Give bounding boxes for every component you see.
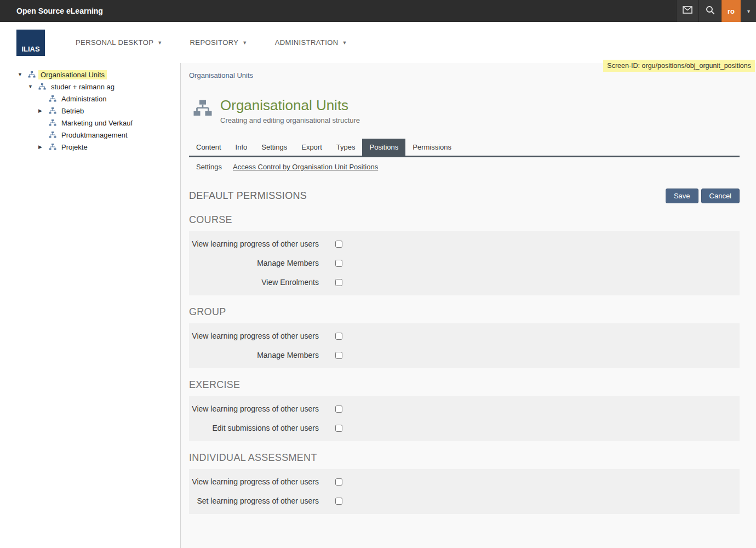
- mail-icon: [683, 6, 692, 16]
- search-icon: [706, 5, 715, 17]
- caret-collapsed-icon[interactable]: ▶: [38, 108, 49, 113]
- save-button[interactable]: Save: [666, 189, 698, 203]
- nav-label: PERSONAL DESKTOP: [76, 38, 153, 47]
- nav-personal-desktop[interactable]: PERSONAL DESKTOP ▼: [76, 38, 163, 47]
- orgunit-icon: [49, 119, 56, 126]
- main-content: Screen-ID: orgu/positions/obj_orgunit_po…: [181, 63, 756, 548]
- tab-settings[interactable]: Settings: [254, 139, 294, 156]
- tree-label: Projekte: [59, 142, 90, 152]
- tree-label: Betrieb: [59, 106, 86, 116]
- tab-info[interactable]: Info: [228, 139, 255, 156]
- section-panel-exercise: View learning progress of other users Ed…: [189, 396, 740, 441]
- mail-button[interactable]: [676, 0, 698, 22]
- breadcrumb-link-organisational-units[interactable]: Organisational Units: [189, 71, 253, 79]
- tab-content[interactable]: Content: [189, 139, 228, 156]
- form-row: Set learning progress of other users: [189, 492, 740, 511]
- tree-item-betrieb[interactable]: ▶ Betrieb: [0, 105, 180, 117]
- main-header: ILIAS PERSONAL DESKTOP ▼ REPOSITORY ▼ AD…: [0, 22, 756, 63]
- section-title-individual-assessment: INDIVIDUAL ASSESSMENT: [189, 452, 740, 464]
- repository-tree: ▼ Organisational Units ▼ studer + raiman…: [0, 63, 181, 548]
- form-row: View learning progress of other users: [189, 472, 740, 492]
- tree-item-administration[interactable]: Administration: [0, 93, 180, 105]
- checkbox-exercise-view-learning-progress[interactable]: [335, 406, 342, 413]
- section-title-course: COURSE: [189, 214, 740, 226]
- caret-expanded-icon[interactable]: ▼: [18, 72, 28, 77]
- user-avatar[interactable]: ro: [721, 0, 741, 22]
- permission-label: View Enrolments: [189, 277, 319, 288]
- logo-text: ILIAS: [21, 45, 39, 53]
- orgunit-icon: [28, 71, 36, 78]
- form-row: View Enrolments: [189, 273, 740, 292]
- nav-label: REPOSITORY: [190, 38, 239, 47]
- orgunit-icon: [49, 132, 56, 138]
- tree-label: Produktmanagement: [59, 130, 130, 140]
- permission-label: Manage Members: [189, 350, 319, 361]
- ilias-logo[interactable]: ILIAS: [16, 30, 45, 56]
- chevron-down-icon: ▼: [342, 40, 347, 45]
- screen-id-badge: Screen-ID: orgu/positions/obj_orgunit_po…: [603, 60, 755, 72]
- tree-item-produktmanagement[interactable]: Produktmanagement: [0, 129, 180, 141]
- permission-label: View learning progress of other users: [189, 476, 319, 488]
- tab-permissions[interactable]: Permissions: [405, 139, 459, 156]
- permission-label: Edit submissions of other users: [189, 423, 319, 434]
- permission-label: View learning progress of other users: [189, 403, 319, 415]
- section-title-exercise: EXERCISE: [189, 379, 740, 391]
- subtab-access-control[interactable]: Access Control by Organisation Unit Posi…: [233, 163, 378, 171]
- nav-label: ADMINISTRATION: [275, 38, 339, 47]
- tree-label: studer + raimann ag: [49, 82, 117, 92]
- nav-repository[interactable]: REPOSITORY ▼: [190, 38, 248, 47]
- orgunit-icon: [49, 144, 56, 150]
- tree-label: Organisational Units: [38, 70, 107, 79]
- subtab-bar: Settings Access Control by Organisation …: [189, 157, 740, 176]
- user-initials: ro: [728, 7, 735, 15]
- tab-bar: Content Info Settings Export Types Posit…: [189, 139, 740, 157]
- chevron-down-icon: ▼: [157, 40, 162, 45]
- form-row: Manage Members: [189, 346, 740, 365]
- permission-label: View learning progress of other users: [189, 330, 319, 342]
- page-title: Organisational Units: [220, 97, 360, 113]
- checkbox-group-view-learning-progress[interactable]: [335, 333, 342, 340]
- checkbox-group-manage-members[interactable]: [335, 352, 342, 359]
- search-button[interactable]: [698, 0, 721, 22]
- section-title-group: GROUP: [189, 306, 740, 318]
- tab-export[interactable]: Export: [294, 139, 329, 156]
- form-row: View learning progress of other users: [189, 327, 740, 346]
- subtab-settings[interactable]: Settings: [196, 163, 222, 171]
- checkbox-course-view-learning-progress[interactable]: [335, 241, 342, 248]
- tree-item-organisational-units[interactable]: ▼ Organisational Units: [0, 68, 180, 81]
- main-nav: PERSONAL DESKTOP ▼ REPOSITORY ▼ ADMINIST…: [76, 38, 347, 47]
- checkbox-iass-set-learning-progress[interactable]: [335, 498, 342, 505]
- checkbox-course-manage-members[interactable]: [335, 260, 342, 267]
- form-row: Edit submissions of other users: [189, 419, 740, 438]
- section-panel-group: View learning progress of other users Ma…: [189, 323, 740, 368]
- tree-label: Administration: [59, 94, 108, 104]
- orgunit-icon: [38, 83, 46, 90]
- caret-collapsed-icon[interactable]: ▶: [38, 144, 49, 150]
- page-subtitle: Creating and editing organisational stru…: [220, 116, 360, 124]
- checkbox-exercise-edit-submissions[interactable]: [335, 425, 342, 432]
- app-title: Open Source eLearning: [16, 7, 676, 15]
- tab-positions[interactable]: Positions: [362, 139, 405, 156]
- checkbox-iass-view-learning-progress[interactable]: [335, 478, 342, 486]
- chevron-down-icon: ▾: [747, 8, 750, 14]
- tab-types[interactable]: Types: [329, 139, 363, 156]
- nav-administration[interactable]: ADMINISTRATION ▼: [275, 38, 347, 47]
- orgunit-icon-large: [193, 99, 213, 119]
- orgunit-icon: [49, 107, 56, 114]
- tree-label: Marketing und Verkauf: [59, 118, 135, 128]
- section-panel-individual-assessment: View learning progress of other users Se…: [189, 469, 740, 514]
- top-bar: Open Source eLearning ro ▾: [0, 0, 756, 22]
- tree-item-marketing-und-verkauf[interactable]: Marketing und Verkauf: [0, 117, 180, 129]
- form-row: Manage Members: [189, 254, 740, 273]
- permission-label: View learning progress of other users: [189, 238, 319, 250]
- caret-expanded-icon[interactable]: ▼: [28, 84, 38, 89]
- permission-label: Manage Members: [189, 258, 319, 269]
- tree-item-studer-raimann[interactable]: ▼ studer + raimann ag: [0, 81, 180, 93]
- form-row: View learning progress of other users: [189, 399, 740, 419]
- tree-item-projekte[interactable]: ▶ Projekte: [0, 141, 180, 153]
- user-menu-button[interactable]: ▾: [741, 0, 756, 22]
- form-row: View learning progress of other users: [189, 235, 740, 254]
- checkbox-course-view-enrolments[interactable]: [335, 279, 342, 286]
- section-panel-course: View learning progress of other users Ma…: [189, 231, 740, 295]
- cancel-button[interactable]: Cancel: [701, 189, 740, 203]
